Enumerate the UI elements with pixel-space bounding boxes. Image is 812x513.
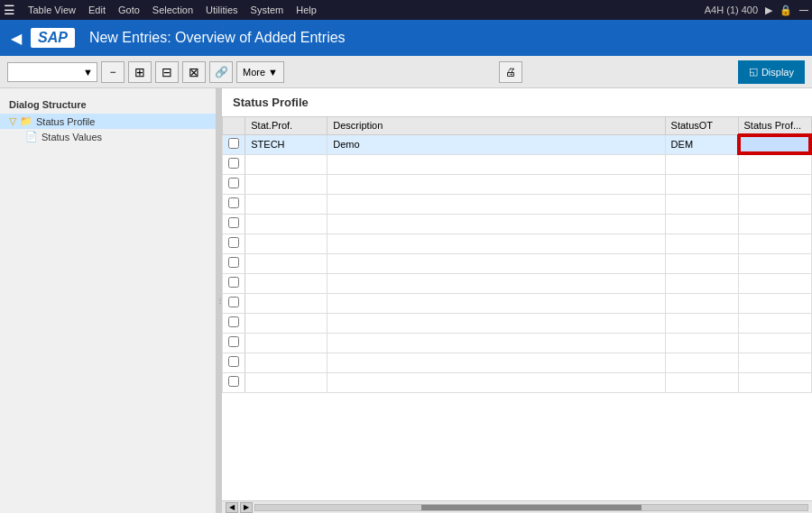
main-table: Stat.Prof. Description StatusOT Status P… <box>222 116 812 393</box>
sidebar-item-status-values[interactable]: 📄 Status Values <box>0 129 216 144</box>
status-prof2-cell <box>738 273 811 293</box>
stat-prof-cell <box>245 273 328 293</box>
toolbar-minus-btn[interactable]: − <box>101 61 125 83</box>
statusot-cell <box>665 293 738 313</box>
scroll-left-btn[interactable]: ◀ <box>226 502 238 513</box>
table-row <box>223 333 812 353</box>
back-button[interactable]: ◀ <box>11 30 22 47</box>
stat-prof-cell <box>245 234 328 253</box>
menu-utilities[interactable]: Utilities <box>200 3 243 17</box>
row-checkbox-cell <box>223 234 245 253</box>
scroll-right-btn[interactable]: ▶ <box>240 502 253 513</box>
row-checkbox[interactable] <box>228 158 239 169</box>
statusot-cell <box>665 353 738 372</box>
statusot-cell <box>665 234 738 253</box>
row-checkbox[interactable] <box>228 138 239 149</box>
menu-tableview[interactable]: Table View <box>23 3 81 17</box>
statusot-cell <box>665 273 738 293</box>
status-prof2-cell[interactable] <box>738 134 811 154</box>
stat-prof-cell <box>245 174 328 194</box>
description-cell <box>328 313 665 333</box>
row-checkbox[interactable] <box>228 178 239 188</box>
page-title: New Entries: Overview of Added Entries <box>89 30 346 46</box>
scroll-track[interactable] <box>254 504 808 511</box>
row-checkbox-cell <box>223 194 245 214</box>
minus-icon: − <box>109 66 115 78</box>
description-cell <box>328 253 665 273</box>
statusot-cell: DEM <box>665 134 738 154</box>
menu-edit[interactable]: Edit <box>83 3 111 17</box>
stat-prof-cell <box>245 372 328 392</box>
description-cell <box>328 372 665 392</box>
grid3-icon: ⊠ <box>189 65 199 79</box>
col-header-statusot: StatusOT <box>665 117 738 135</box>
row-checkbox-cell <box>223 253 245 273</box>
link-icon: 🔗 <box>215 66 228 78</box>
minimize-icon[interactable]: ─ <box>799 3 808 17</box>
statusot-cell <box>665 154 738 174</box>
status-prof2-cell <box>738 372 811 392</box>
description-cell <box>328 154 665 174</box>
description-cell <box>328 234 665 253</box>
row-checkbox-cell <box>223 134 245 154</box>
row-checkbox-cell <box>223 293 245 313</box>
display-icon: ◱ <box>749 66 758 78</box>
row-checkbox[interactable] <box>228 237 239 248</box>
play-icon[interactable]: ▶ <box>765 5 772 16</box>
table-row: STECHDemoDEM <box>223 134 812 154</box>
menu-help[interactable]: Help <box>291 3 322 17</box>
stat-prof-cell: STECH <box>245 134 328 154</box>
menu-icon[interactable]: ☰ <box>4 3 15 17</box>
table-row <box>223 194 812 214</box>
description-cell <box>328 194 665 214</box>
toolbar-grid2-btn[interactable]: ⊟ <box>155 61 179 83</box>
menu-selection[interactable]: Selection <box>147 3 198 17</box>
grid2-icon: ⊟ <box>161 65 172 79</box>
dropdown-arrow: ▼ <box>83 67 93 78</box>
description-cell: Demo <box>328 134 665 154</box>
table-row <box>223 234 812 253</box>
status-prof2-cell <box>738 194 811 214</box>
table-row <box>223 214 812 234</box>
sidebar-item-status-profile[interactable]: ▽ 📁 Status Profile <box>0 114 216 129</box>
table-row <box>223 313 812 333</box>
row-checkbox-cell <box>223 154 245 174</box>
table-row <box>223 372 812 392</box>
table-container[interactable]: Stat.Prof. Description StatusOT Status P… <box>222 116 812 500</box>
toolbar-grid3-btn[interactable]: ⊠ <box>182 61 206 83</box>
statusot-cell <box>665 174 738 194</box>
display-button[interactable]: ◱ Display <box>738 60 805 84</box>
row-checkbox[interactable] <box>228 316 239 327</box>
row-checkbox[interactable] <box>228 257 239 268</box>
toolbar-dropdown[interactable]: ▼ <box>7 62 97 82</box>
statusot-cell <box>665 313 738 333</box>
row-checkbox[interactable] <box>228 376 239 387</box>
menu-system[interactable]: System <box>245 3 290 17</box>
print-button[interactable]: 🖨 <box>499 61 522 83</box>
lock-icon[interactable]: 🔒 <box>780 5 792 16</box>
sidebar: Dialog Structure ▽ 📁 Status Profile 📄 St… <box>0 88 217 513</box>
status-prof2-cell <box>738 234 811 253</box>
row-checkbox-cell <box>223 273 245 293</box>
col-header-stat-prof: Stat.Prof. <box>245 117 328 135</box>
row-checkbox[interactable] <box>228 356 239 367</box>
menu-right-info: A4H (1) 400 ▶ 🔒 ─ <box>705 3 808 17</box>
row-checkbox[interactable] <box>228 217 239 228</box>
stat-prof-cell <box>245 214 328 234</box>
row-checkbox[interactable] <box>228 197 239 208</box>
col-header-description: Description <box>328 117 665 135</box>
menu-goto[interactable]: Goto <box>113 3 145 17</box>
description-cell <box>328 174 665 194</box>
row-checkbox-cell <box>223 174 245 194</box>
row-checkbox[interactable] <box>228 336 239 347</box>
row-checkbox[interactable] <box>228 277 239 288</box>
description-cell <box>328 293 665 313</box>
toolbar-link-btn[interactable]: 🔗 <box>209 61 233 83</box>
status-prof2-input[interactable] <box>739 135 810 153</box>
row-checkbox-cell <box>223 313 245 333</box>
more-button[interactable]: More ▼ <box>236 61 284 83</box>
toolbar-grid1-btn[interactable]: ⊞ <box>128 61 152 83</box>
statusot-cell <box>665 194 738 214</box>
table-row <box>223 154 812 174</box>
row-checkbox[interactable] <box>228 297 239 307</box>
